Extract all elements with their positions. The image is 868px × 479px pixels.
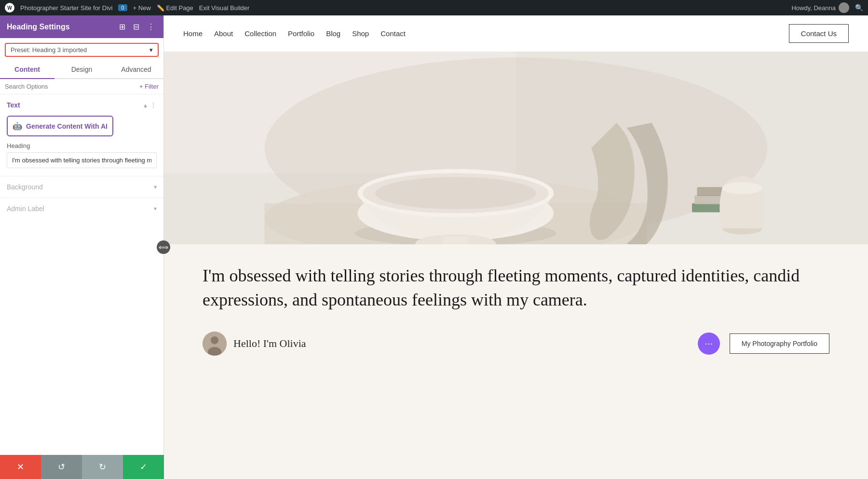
admin-exit-builder-link[interactable]: Exit Visual Builder (199, 4, 250, 12)
preset-label: Preset: Heading 3 imported (11, 46, 87, 53)
admin-label-section: Admin Label ▾ (0, 198, 163, 219)
admin-search-icon[interactable]: 🔍 (855, 4, 863, 12)
heading-field: Heading (0, 142, 163, 176)
site-nav: Home About Collection Portfolio Blog Sho… (183, 29, 406, 38)
ai-generate-button[interactable]: 🤖 Generate Content With AI (7, 116, 113, 136)
dots-menu-button[interactable]: ··· (698, 333, 720, 355)
admin-bar-left: W Photographer Starter Site for Divi 0 +… (5, 3, 786, 13)
svg-point-9 (375, 177, 536, 209)
admin-comment-count[interactable]: 0 (118, 4, 127, 11)
ai-generate-label: Generate Content With AI (26, 122, 108, 130)
tab-advanced[interactable]: Advanced (109, 61, 163, 79)
portfolio-button[interactable]: My Photography Portfolio (730, 333, 829, 354)
admin-new-btn[interactable]: + New (133, 4, 151, 12)
contact-us-button[interactable]: Contact Us (789, 24, 849, 43)
wordpress-logo-icon[interactable]: W (5, 3, 14, 13)
ai-icon: 🤖 (13, 121, 22, 131)
redo-button[interactable]: ↻ (82, 455, 123, 479)
text-section-collapse-icon[interactable]: ▴ (144, 101, 147, 109)
undo-button[interactable]: ↺ (41, 455, 82, 479)
svg-point-16 (722, 182, 762, 194)
panel-header: Heading Settings ⊞ ⊟ ⋮ (0, 15, 163, 38)
hero-image (164, 52, 868, 244)
panel-tabs: Content Design Advanced (0, 61, 163, 79)
right-content: Home About Collection Portfolio Blog Sho… (164, 15, 868, 479)
background-section-header[interactable]: Background ▾ (0, 176, 163, 198)
text-section-title: Text (7, 101, 20, 109)
heading-input[interactable] (7, 152, 157, 168)
admin-label-title: Admin Label (7, 205, 44, 213)
svg-rect-11 (443, 236, 468, 245)
text-section-controls: ▴ ⋮ (144, 101, 157, 109)
preset-chevron-icon: ▾ (149, 46, 153, 53)
profile-left: Hello! I'm Olivia (203, 332, 306, 356)
panel-title: Heading Settings (7, 23, 70, 31)
nav-collection[interactable]: Collection (244, 29, 276, 38)
background-section-title: Background (7, 183, 43, 191)
admin-label-chevron-icon: ▾ (154, 205, 157, 212)
howdy-text: Howdy, Deanna (791, 4, 836, 12)
panel-search-area: + Filter (0, 79, 163, 94)
tab-design[interactable]: Design (54, 61, 109, 79)
resize-handle[interactable]: ⟺ (157, 240, 170, 254)
user-avatar (839, 2, 849, 13)
nav-blog[interactable]: Blog (326, 29, 340, 38)
text-section-more-icon[interactable]: ⋮ (150, 101, 157, 109)
page-content: I'm obsessed with telling stories throug… (164, 52, 868, 479)
admin-edit-page-link[interactable]: ✏️ Edit Page (157, 4, 193, 12)
panel-columns-icon[interactable]: ⊟ (131, 21, 141, 32)
page-heading: I'm obsessed with telling stories throug… (164, 244, 868, 327)
text-section: Text ▴ ⋮ 🤖 Generate Content With AI Head… (0, 94, 163, 176)
panel-more-icon[interactable]: ⋮ (145, 21, 157, 32)
left-panel: Heading Settings ⊞ ⊟ ⋮ Preset: Heading 3… (0, 15, 164, 479)
admin-label-section-header[interactable]: Admin Label ▾ (0, 198, 163, 219)
admin-bar-right: Howdy, Deanna 🔍 (791, 2, 863, 13)
main-layout: Heading Settings ⊞ ⊟ ⋮ Preset: Heading 3… (0, 15, 868, 479)
search-options-input[interactable] (5, 83, 136, 90)
nav-contact[interactable]: Contact (380, 29, 406, 38)
cancel-button[interactable]: ✕ (0, 455, 41, 479)
bottom-toolbar: ✕ ↺ ↻ ✓ (0, 455, 164, 479)
panel-header-icons: ⊞ ⊟ ⋮ (117, 21, 157, 32)
svg-point-18 (211, 336, 218, 344)
heading-label: Heading (7, 142, 157, 149)
admin-site-name[interactable]: Photographer Starter Site for Divi (20, 4, 112, 12)
hero-image-container (164, 52, 868, 244)
tab-content[interactable]: Content (0, 61, 54, 79)
nav-home[interactable]: Home (183, 29, 203, 38)
save-button[interactable]: ✓ (123, 455, 164, 479)
preset-bar[interactable]: Preset: Heading 3 imported ▾ (5, 43, 159, 57)
text-section-header[interactable]: Text ▴ ⋮ (0, 94, 163, 114)
profile-row: Hello! I'm Olivia ··· My Photography Por… (164, 327, 868, 365)
background-section: Background ▾ (0, 176, 163, 198)
howdy-area: Howdy, Deanna (791, 2, 849, 13)
nav-portfolio[interactable]: Portfolio (288, 29, 314, 38)
site-header: Home About Collection Portfolio Blog Sho… (164, 15, 868, 52)
nav-shop[interactable]: Shop (352, 29, 369, 38)
admin-bar: W Photographer Starter Site for Divi 0 +… (0, 0, 868, 15)
profile-name: Hello! I'm Olivia (233, 337, 306, 350)
panel-expand-icon[interactable]: ⊞ (117, 21, 127, 32)
profile-avatar (203, 332, 227, 356)
nav-about[interactable]: About (214, 29, 233, 38)
filter-button[interactable]: + Filter (139, 83, 159, 90)
background-chevron-icon: ▾ (154, 184, 157, 190)
